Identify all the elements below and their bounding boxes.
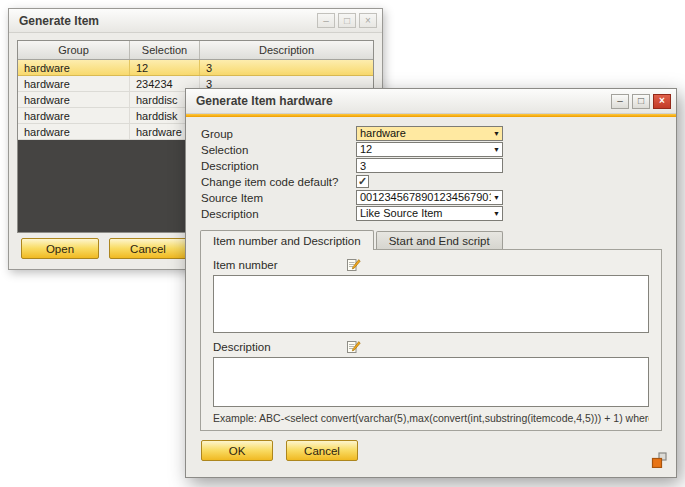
table-header: Group Selection Description xyxy=(18,41,373,60)
dropdown-arrow-icon[interactable]: ▼ xyxy=(491,127,502,140)
button-row: Open Cancel xyxy=(21,238,187,259)
tab-start-and-end-script[interactable]: Start and End script xyxy=(376,231,503,249)
window-title: Generate Item hardware xyxy=(196,94,611,108)
cell-selection: 12 xyxy=(130,60,200,75)
resize-grip-icon[interactable] xyxy=(651,452,667,468)
selection-label: Selection xyxy=(201,144,356,156)
desktop: Generate Item – □ × Group Selection Desc… xyxy=(0,0,685,487)
edit-formula-icon[interactable] xyxy=(346,258,361,272)
maximize-icon[interactable]: □ xyxy=(632,94,650,109)
dropdown-arrow-icon[interactable]: ▼ xyxy=(491,191,502,204)
like-source-description-label: Description xyxy=(201,208,356,220)
column-header-selection: Selection xyxy=(130,41,200,59)
tab-panel: Item number Description xyxy=(200,249,662,431)
checkmark-icon: ✓ xyxy=(358,176,367,187)
ok-button[interactable]: OK xyxy=(201,440,273,461)
minimize-icon[interactable]: – xyxy=(317,13,335,28)
selection-combo[interactable]: 12 ▼ xyxy=(356,142,503,157)
cell-group: hardware xyxy=(18,124,130,139)
item-number-label: Item number xyxy=(213,259,346,271)
minimize-icon[interactable]: – xyxy=(611,94,629,109)
dropdown-arrow-icon[interactable]: ▼ xyxy=(491,207,502,220)
tab-item-number-and-description[interactable]: Item number and Description xyxy=(200,230,374,250)
edit-formula-icon[interactable] xyxy=(346,340,361,354)
dropdown-arrow-icon[interactable]: ▼ xyxy=(491,143,502,156)
example-hint-text: Example: ABC-<select convert(varchar(5),… xyxy=(213,412,649,424)
group-combo[interactable]: hardware ▼ xyxy=(356,126,503,141)
open-button[interactable]: Open xyxy=(21,238,99,259)
cell-group: hardware xyxy=(18,108,130,123)
maximize-icon[interactable]: □ xyxy=(338,13,356,28)
window-controls: – □ × xyxy=(317,13,377,28)
close-icon[interactable]: × xyxy=(359,13,377,28)
item-number-textarea[interactable] xyxy=(213,275,649,333)
tab-strip: Item number and Description Start and En… xyxy=(200,229,676,249)
form-area: Group hardware ▼ Selection 12 ▼ Descript… xyxy=(186,117,676,221)
description-script-textarea[interactable] xyxy=(213,357,649,407)
button-row: OK Cancel xyxy=(201,440,358,461)
column-header-group: Group xyxy=(18,41,130,59)
cell-description: 3 xyxy=(200,60,373,75)
cell-group: hardware xyxy=(18,76,130,91)
source-item-label: Source Item xyxy=(201,192,356,204)
change-item-code-checkbox[interactable]: ✓ xyxy=(356,175,369,188)
generate-item-titlebar[interactable]: Generate Item – □ × xyxy=(9,9,382,33)
table-row[interactable]: hardware 12 3 xyxy=(18,60,373,76)
source-item-combo[interactable]: 00123456789012345679012345 ▼ xyxy=(356,190,503,205)
group-label: Group xyxy=(201,128,356,140)
window-title: Generate Item xyxy=(19,14,317,28)
generate-item-hardware-window: Generate Item hardware – □ × Group hardw… xyxy=(185,88,677,478)
like-source-combo[interactable]: Like Source Item ▼ xyxy=(356,206,503,221)
window-controls: – □ × xyxy=(611,94,671,109)
description-script-label: Description xyxy=(213,341,346,353)
close-icon[interactable]: × xyxy=(653,94,671,109)
like-source-value: Like Source Item xyxy=(357,207,491,220)
cell-group: hardware xyxy=(18,60,130,75)
change-item-code-label: Change item code default? xyxy=(201,176,356,188)
generate-item-hardware-titlebar[interactable]: Generate Item hardware – □ × xyxy=(186,89,676,114)
cell-group: hardware xyxy=(18,92,130,107)
cancel-button[interactable]: Cancel xyxy=(109,238,187,259)
selection-value: 12 xyxy=(357,143,491,156)
source-item-value: 00123456789012345679012345 xyxy=(357,191,491,204)
description-input[interactable] xyxy=(356,158,503,173)
column-header-description: Description xyxy=(200,41,373,59)
group-value: hardware xyxy=(357,127,491,140)
cancel-button[interactable]: Cancel xyxy=(286,440,358,461)
description-label: Description xyxy=(201,160,356,172)
